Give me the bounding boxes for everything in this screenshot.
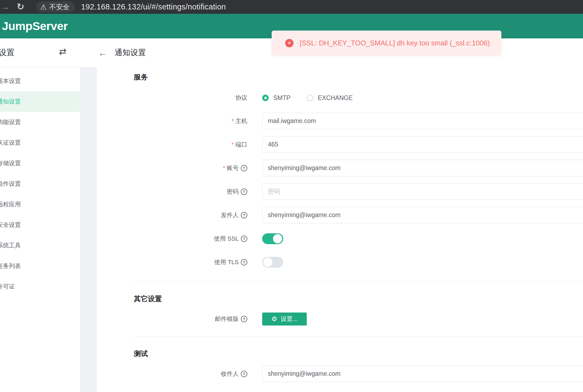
account-label: * 账号 ? <box>134 164 247 172</box>
back-button[interactable]: ← <box>98 48 107 57</box>
sidebar-header: 设置 ⇄ <box>0 38 80 67</box>
warning-triangle-icon: ⚠ <box>40 4 46 11</box>
radio-circle-icon <box>307 95 313 101</box>
radio-exchange[interactable]: EXCHANGE <box>307 94 353 102</box>
use-ssl-row: 使用 SSL ? <box>134 230 583 247</box>
sender-input[interactable] <box>262 207 583 223</box>
toast-message: [SSL: DH_KEY_TOO_SMALL] dh key too small… <box>300 39 490 47</box>
recipient-label: 收件人 ? <box>134 370 247 378</box>
radio-smtp[interactable]: SMTP <box>262 94 291 102</box>
help-icon[interactable]: ? <box>241 212 247 218</box>
section-divider <box>134 336 583 337</box>
recipient-row: 收件人 ? <box>134 366 583 382</box>
sidebar-item-basic[interactable]: 基本设置 <box>0 71 80 91</box>
port-input[interactable] <box>262 136 583 153</box>
content-header: ← 通知设置 <box>96 38 146 67</box>
error-circle-icon: ✕ <box>285 39 294 47</box>
collapse-sidebar-icon[interactable]: ⇄ <box>59 46 66 57</box>
account-input[interactable] <box>262 160 583 176</box>
section-heading-other: 其它设置 <box>134 294 583 304</box>
help-icon[interactable]: ? <box>241 259 247 265</box>
port-row: * 端口 <box>134 136 583 153</box>
sidebar-item-auth[interactable]: 认证设置 <box>0 132 80 153</box>
host-row: * 主机 <box>134 113 583 129</box>
email-template-settings-button[interactable]: ⚙ 设置... <box>262 313 307 325</box>
section-heading-test: 测试 <box>134 349 583 358</box>
settings-sidebar: 基本设置 通知设置 功能设置 认证设置 存储设置 组件设置 远程应用 安全设置 … <box>0 67 80 392</box>
section-divider <box>134 281 583 281</box>
sender-label: 发件人 ? <box>134 211 247 219</box>
security-label: 不安全 <box>49 2 69 11</box>
toggle-knob <box>273 234 282 243</box>
protocol-radio-group: SMTP EXCHANGE <box>262 94 353 102</box>
required-asterisk: * <box>223 165 225 172</box>
radio-circle-checked-icon <box>262 95 269 101</box>
use-ssl-label: 使用 SSL ? <box>134 235 247 243</box>
password-label: 密码 ? <box>134 188 247 196</box>
gear-icon: ⚙ <box>271 316 277 322</box>
host-input[interactable] <box>262 113 583 129</box>
use-tls-row: 使用 TLS ? <box>134 254 583 270</box>
sidebar-item-task-list[interactable]: 任务列表 <box>0 256 80 276</box>
sidebar-item-component[interactable]: 组件设置 <box>0 174 80 194</box>
use-tls-label: 使用 TLS ? <box>134 258 247 266</box>
sidebar-item-notification[interactable]: 通知设置 <box>0 91 80 112</box>
password-row: 密码 ? <box>134 183 583 200</box>
sidebar-item-security[interactable]: 安全设置 <box>0 215 80 235</box>
sidebar-menu: 基本设置 通知设置 功能设置 认证设置 存储设置 组件设置 远程应用 安全设置 … <box>0 67 80 297</box>
jumpserver-logo[interactable]: JumpServer <box>2 19 68 33</box>
protocol-row: 协议 SMTP EXCHANGE <box>134 94 583 102</box>
recipient-input[interactable] <box>262 366 583 382</box>
help-icon[interactable]: ? <box>241 316 247 322</box>
email-template-label: 邮件模版 ? <box>134 315 247 323</box>
required-asterisk: * <box>231 118 234 125</box>
help-icon[interactable]: ? <box>241 165 247 171</box>
password-input[interactable] <box>262 183 583 200</box>
help-icon[interactable]: ? <box>241 371 247 377</box>
section-heading-service: 服务 <box>134 73 583 81</box>
email-template-row: 邮件模版 ? ⚙ 设置... <box>134 311 583 327</box>
help-icon[interactable]: ? <box>241 235 247 242</box>
toggle-knob <box>263 258 272 267</box>
site-security-badge[interactable]: ⚠ 不安全 <box>36 1 75 12</box>
sidebar-item-storage[interactable]: 存储设置 <box>0 153 80 174</box>
page-title: 通知设置 <box>115 47 146 58</box>
use-ssl-toggle[interactable] <box>262 233 283 244</box>
sidebar-item-system-tools[interactable]: 系统工具 <box>0 235 80 256</box>
protocol-label: 协议 <box>134 94 247 102</box>
host-label: * 主机 <box>134 117 247 125</box>
reload-icon[interactable]: ↻ <box>17 0 24 14</box>
sender-row: 发件人 ? <box>134 207 583 223</box>
sidebar-item-feature[interactable]: 功能设置 <box>0 112 80 132</box>
account-row: * 账号 ? <box>134 160 583 176</box>
error-toast: ✕ [SSL: DH_KEY_TOO_SMALL] dh key too sma… <box>272 31 501 55</box>
browser-toolbar: → ↻ ⚠ 不安全 192.168.126.132/ui/#/settings/… <box>0 0 583 14</box>
layout-gutter <box>80 67 96 392</box>
address-bar[interactable]: 192.168.126.132/ui/#/settings/notificati… <box>81 0 226 14</box>
use-tls-toggle[interactable] <box>262 257 283 268</box>
forward-icon[interactable]: → <box>1 0 9 14</box>
help-icon[interactable]: ? <box>241 188 247 195</box>
sidebar-title: 设置 <box>0 47 15 58</box>
notification-settings-form: 服务 协议 SMTP EXCHANGE * 主机 * 端口 <box>96 67 583 392</box>
required-asterisk: * <box>231 141 234 148</box>
sidebar-item-license[interactable]: 许可证 <box>0 276 80 297</box>
sidebar-item-remote-app[interactable]: 远程应用 <box>0 194 80 215</box>
port-label: * 端口 <box>134 141 247 149</box>
